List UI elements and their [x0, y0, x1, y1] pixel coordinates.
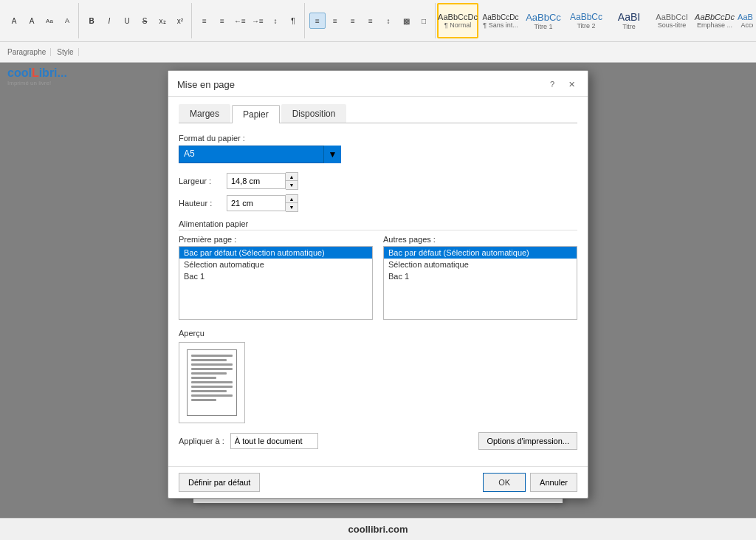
style-sous-titre[interactable]: AaBbCcI Sous-titre	[651, 3, 693, 38]
numbering-btn[interactable]: ≡	[214, 13, 230, 29]
style-titre1-preview: AaBbCc	[526, 12, 561, 23]
align-left[interactable]: ≡	[309, 13, 326, 29]
style-sans-int[interactable]: AaBbCcDc ¶ Sans int...	[480, 3, 521, 38]
preview-line-5	[191, 372, 227, 375]
format-select-wrapper: A5 ▼	[179, 146, 341, 163]
dialog-overlay: Mise en page ? ✕ Marges Papier Dispositi…	[0, 63, 756, 518]
style-titre1[interactable]: AaBbCc Titre 1	[523, 3, 564, 38]
bottom-label: coollibri.com	[348, 524, 408, 535]
style-sans-preview: AaBbCcDc	[483, 13, 519, 21]
font-aa-btn[interactable]: Aa	[41, 13, 58, 29]
tab-marges[interactable]: Marges	[179, 104, 230, 123]
apercu-page	[187, 349, 237, 416]
cancel-button[interactable]: Annuler	[530, 473, 577, 492]
style-accentuation[interactable]: AaBbCcDc Accentua...	[737, 3, 753, 38]
dialog-footer: Définir par défaut OK Annuler	[168, 466, 588, 498]
premiere-page-col: Première page : Bac par défaut (Sélectio…	[179, 235, 373, 320]
tab-papier[interactable]: Papier	[232, 105, 280, 123]
print-options-button[interactable]: Options d'impression...	[478, 432, 577, 450]
toolbar-row2: Paragraphe Style	[0, 42, 756, 63]
largeur-down-btn[interactable]: ▼	[286, 181, 298, 189]
bold-btn[interactable]: B	[83, 13, 100, 29]
largeur-up-btn[interactable]: ▲	[286, 173, 298, 181]
list-item-bac1-2[interactable]: Bac 1	[384, 270, 577, 282]
dialog-close-button[interactable]: ✕	[564, 77, 579, 92]
set-default-button[interactable]: Définir par défaut	[179, 473, 260, 492]
font-style-btn[interactable]: A	[59, 13, 75, 29]
preview-line-10	[191, 394, 233, 397]
autres-pages-listbox[interactable]: Bac par défaut (Sélection automatique) S…	[383, 246, 577, 320]
preview-line-11	[191, 399, 216, 401]
premiere-page-label: Première page :	[179, 235, 373, 244]
strikethrough-btn[interactable]: S	[137, 13, 153, 29]
font-size-decrease[interactable]: A	[6, 13, 22, 29]
style-normal-label: ¶ Normal	[444, 21, 471, 29]
superscript-btn[interactable]: x²	[172, 13, 188, 29]
bullets-btn[interactable]: ≡	[196, 13, 213, 29]
style-titre1-label: Titre 1	[534, 23, 552, 30]
apply-select[interactable]: À tout le document	[230, 433, 318, 449]
format-select[interactable]: A5	[179, 146, 341, 163]
list-area: Première page : Bac par défaut (Sélectio…	[179, 235, 577, 320]
align-center[interactable]: ≡	[327, 13, 343, 29]
align-justify[interactable]: ≡	[362, 13, 379, 29]
largeur-label: Largeur :	[179, 177, 227, 185]
tab-disposition[interactable]: Disposition	[281, 104, 347, 123]
style-normal[interactable]: AaBbCcDc ¶ Normal	[437, 3, 478, 38]
indent-increase[interactable]: →≡	[250, 13, 266, 29]
style-titre[interactable]: AaBI Titre	[608, 3, 650, 38]
format-group: Format du papier : A5 ▼	[179, 134, 577, 163]
underline-btn[interactable]: U	[119, 13, 135, 29]
hauteur-up-btn[interactable]: ▲	[286, 195, 298, 203]
premiere-page-listbox[interactable]: Bac par défaut (Sélection automatique) S…	[179, 246, 373, 320]
hauteur-down-btn[interactable]: ▼	[286, 203, 298, 211]
list-item-selection-auto-2[interactable]: Sélection automatique	[384, 259, 577, 270]
alignment-section: ≡ ≡ ≡ ≡ ↕ ▩ □	[306, 3, 436, 38]
style-titre2[interactable]: AaBbCc Titre 2	[566, 3, 607, 38]
hauteur-row: Hauteur : ▲ ▼	[179, 194, 577, 212]
borders-btn[interactable]: □	[416, 13, 432, 29]
hauteur-label: Hauteur :	[179, 199, 227, 208]
autres-pages-col: Autres pages : Bac par défaut (Sélection…	[383, 235, 577, 320]
align-right[interactable]: ≡	[345, 13, 361, 29]
shading-btn[interactable]: ▩	[398, 13, 414, 29]
preview-line-1	[191, 355, 233, 357]
subscript-btn[interactable]: x₂	[154, 13, 171, 29]
autres-pages-label: Autres pages :	[383, 235, 577, 244]
list-item-bac-defaut-1[interactable]: Bac par défaut (Sélection automatique)	[179, 247, 372, 259]
list-item-bac-defaut-2[interactable]: Bac par défaut (Sélection automatique)	[384, 247, 577, 259]
doc-area: Depufin de l'annevoss. de Csé des fortue…	[0, 63, 756, 518]
alimentation-header: Alimentation papier	[179, 219, 577, 230]
largeur-row: Largeur : ▲ ▼	[179, 172, 577, 190]
dialog-title: Mise en page	[177, 79, 235, 90]
indent-decrease[interactable]: ←≡	[232, 13, 248, 29]
preview-line-3	[191, 363, 233, 366]
preview-line-9	[191, 390, 227, 392]
preview-line-7	[191, 381, 233, 383]
list-item-bac1-1[interactable]: Bac 1	[179, 270, 372, 282]
style-section-label: Style	[52, 48, 78, 56]
style-emphase[interactable]: AaBbCcDc Emphase ...	[694, 3, 735, 38]
largeur-input[interactable]	[227, 173, 286, 189]
font-size-increase[interactable]: A	[24, 13, 40, 29]
style-emphase-label: Emphase ...	[697, 21, 732, 29]
pilcrow-btn[interactable]: ¶	[285, 13, 301, 29]
dialog-body: Marges Papier Disposition Format du papi…	[168, 97, 588, 466]
style-normal-preview: AaBbCcDc	[438, 13, 478, 21]
ok-button[interactable]: OK	[483, 473, 526, 492]
style-sous-titre-label: Sous-titre	[658, 21, 687, 29]
styles-area: AaBbCcDc ¶ Normal AaBbCcDc ¶ Sans int...…	[437, 0, 753, 42]
sort-btn[interactable]: ↕	[267, 13, 284, 29]
hauteur-input[interactable]	[227, 195, 286, 211]
mise-en-page-dialog: Mise en page ? ✕ Marges Papier Dispositi…	[168, 70, 588, 499]
list-item-selection-auto-1[interactable]: Sélection automatique	[179, 259, 372, 270]
line-spacing[interactable]: ↕	[380, 13, 396, 29]
italic-btn[interactable]: I	[101, 13, 117, 29]
style-emphase-preview: AaBbCcDc	[695, 13, 735, 21]
paragraph-section: ≡ ≡ ←≡ →≡ ↕ ¶	[193, 3, 305, 38]
preview-line-2	[191, 359, 227, 361]
apply-row: Appliquer à : À tout le document Options…	[179, 432, 577, 450]
format-label: Format du papier :	[179, 134, 577, 143]
preview-line-6	[191, 377, 216, 379]
dialog-help-button[interactable]: ?	[545, 77, 560, 92]
